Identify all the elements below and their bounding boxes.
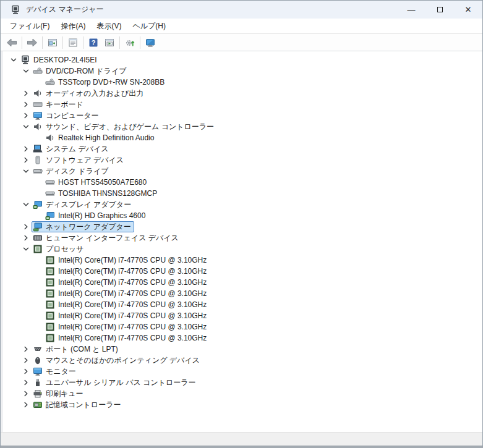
tree-item-body[interactable]: Intel(R) Core(TM) i7-4770S CPU @ 3.10GHz bbox=[44, 321, 210, 332]
tree-item[interactable]: ヒューマン インターフェイス デバイス bbox=[3, 232, 482, 243]
chevron-right-icon[interactable] bbox=[20, 389, 32, 399]
chevron-right-icon[interactable] bbox=[20, 344, 32, 354]
chevron-down-icon[interactable] bbox=[7, 55, 19, 65]
tree-item-body[interactable]: マウスとそのほかのポインティング デバイス bbox=[32, 355, 203, 366]
tree-item[interactable]: Intel(R) HD Graphics 4600 bbox=[3, 210, 482, 221]
tree-item[interactable]: TOSHIBA THNSNS128GMCP bbox=[3, 188, 482, 199]
tree-item[interactable]: ネットワーク アダプター bbox=[3, 221, 482, 232]
tree-item[interactable]: マウスとそのほかのポインティング デバイス bbox=[3, 355, 482, 366]
tree-item-body[interactable]: DVD/CD-ROM ドライブ bbox=[32, 66, 129, 77]
tree-item-body[interactable]: システム デバイス bbox=[32, 143, 112, 154]
tree-item[interactable]: プロセッサ bbox=[3, 243, 482, 255]
chevron-right-icon[interactable] bbox=[20, 400, 32, 410]
tree-item[interactable]: Intel(R) Core(TM) i7-4770S CPU @ 3.10GHz bbox=[3, 299, 482, 310]
forward-button[interactable] bbox=[24, 35, 40, 50]
tree-item-body[interactable]: ポート (COM と LPT) bbox=[32, 344, 121, 355]
tree-item[interactable]: モニター bbox=[3, 366, 482, 377]
properties-button[interactable] bbox=[65, 35, 81, 50]
tree-item-body[interactable]: Intel(R) Core(TM) i7-4770S CPU @ 3.10GHz bbox=[44, 255, 210, 266]
tree-item[interactable]: Intel(R) Core(TM) i7-4770S CPU @ 3.10GHz bbox=[3, 321, 482, 332]
chevron-down-icon[interactable] bbox=[20, 66, 32, 76]
tree-item-body[interactable]: ヒューマン インターフェイス デバイス bbox=[32, 232, 182, 243]
tree-item-body[interactable]: Realtek High Definition Audio bbox=[44, 132, 157, 143]
menu-item-file[interactable]: ファイル(F) bbox=[4, 19, 55, 33]
tree-item-body[interactable]: Intel(R) Core(TM) i7-4770S CPU @ 3.10GHz bbox=[44, 277, 210, 288]
tree-item[interactable]: TSSTcorp DVD+-RW SN-208BB bbox=[3, 77, 482, 88]
chevron-right-icon[interactable] bbox=[20, 378, 32, 387]
tree-item[interactable]: Intel(R) Core(TM) i7-4770S CPU @ 3.10GHz bbox=[3, 277, 482, 288]
chevron-down-icon[interactable] bbox=[20, 122, 32, 132]
chevron-placeholder bbox=[32, 289, 44, 298]
tree-item-body[interactable]: ディスプレイ アダプター bbox=[32, 199, 134, 210]
menu-item-action[interactable]: 操作(A) bbox=[55, 19, 91, 33]
tree-item[interactable]: Realtek High Definition Audio bbox=[3, 132, 482, 143]
devices-button[interactable] bbox=[142, 35, 158, 50]
tree-item[interactable]: Intel(R) Core(TM) i7-4770S CPU @ 3.10GHz bbox=[3, 310, 482, 321]
maximize-button[interactable] bbox=[425, 1, 454, 19]
tree-item[interactable]: DVD/CD-ROM ドライブ bbox=[3, 66, 482, 77]
tree-item[interactable]: キーボード bbox=[3, 99, 482, 110]
tree-item[interactable]: ユニバーサル シリアル バス コントローラー bbox=[3, 377, 482, 388]
tree-item[interactable]: 記憶域コントローラー bbox=[3, 399, 482, 410]
chevron-down-icon[interactable] bbox=[20, 244, 32, 254]
tree-item[interactable]: コンピューター bbox=[3, 110, 482, 121]
chevron-right-icon[interactable] bbox=[20, 366, 32, 376]
tree-item-body[interactable]: オーディオの入力および出力 bbox=[32, 88, 147, 99]
chevron-right-icon[interactable] bbox=[20, 111, 32, 120]
chevron-down-icon[interactable] bbox=[20, 166, 32, 176]
chevron-right-icon[interactable] bbox=[20, 99, 32, 109]
tree-item-body[interactable]: ユニバーサル シリアル バス コントローラー bbox=[32, 377, 199, 388]
tree-item-body[interactable]: HGST HTS545050A7E680 bbox=[44, 177, 150, 188]
tree-item-body[interactable]: TOSHIBA THNSNS128GMCP bbox=[44, 188, 160, 199]
tree-item-body[interactable]: Intel(R) Core(TM) i7-4770S CPU @ 3.10GHz bbox=[44, 332, 210, 344]
minimize-button[interactable]: — bbox=[397, 1, 425, 19]
tree-item-body[interactable]: プロセッサ bbox=[32, 243, 87, 255]
tree-item-body[interactable]: 印刷キュー bbox=[32, 388, 87, 399]
chevron-right-icon[interactable] bbox=[20, 355, 32, 365]
chevron-down-icon[interactable] bbox=[20, 200, 32, 209]
tree-item[interactable]: ソフトウェア デバイス bbox=[3, 154, 482, 166]
tree-item-body[interactable]: ディスク ドライブ bbox=[32, 166, 112, 177]
chevron-right-icon[interactable] bbox=[20, 233, 32, 243]
tree-item-body[interactable]: TSSTcorp DVD+-RW SN-208BB bbox=[44, 77, 168, 88]
tree-item-body[interactable]: コンピューター bbox=[32, 110, 101, 121]
tree-item[interactable]: DESKTOP-2L4I5EI bbox=[3, 54, 482, 66]
chevron-right-icon[interactable] bbox=[20, 155, 32, 165]
tree-item[interactable]: ディスプレイ アダプター bbox=[3, 199, 482, 210]
console-tree-button[interactable] bbox=[45, 35, 61, 50]
tree-item-body[interactable]: Intel(R) Core(TM) i7-4770S CPU @ 3.10GHz bbox=[44, 266, 210, 277]
tree-item-body[interactable]: Intel(R) Core(TM) i7-4770S CPU @ 3.10GHz bbox=[44, 310, 210, 321]
tree-item-body[interactable]: Intel(R) Core(TM) i7-4770S CPU @ 3.10GHz bbox=[44, 288, 210, 299]
tree-item-body[interactable]: サウンド、ビデオ、およびゲーム コントローラー bbox=[32, 121, 217, 132]
tree-item[interactable]: Intel(R) Core(TM) i7-4770S CPU @ 3.10GHz bbox=[3, 288, 482, 299]
tree-item-body[interactable]: Intel(R) HD Graphics 4600 bbox=[44, 210, 148, 221]
tree-item[interactable]: Intel(R) Core(TM) i7-4770S CPU @ 3.10GHz bbox=[3, 266, 482, 277]
chevron-right-icon[interactable] bbox=[20, 144, 32, 154]
tree-item[interactable]: 印刷キュー bbox=[3, 388, 482, 399]
tree-item[interactable]: Intel(R) Core(TM) i7-4770S CPU @ 3.10GHz bbox=[3, 255, 482, 266]
chevron-right-icon[interactable] bbox=[20, 88, 32, 98]
device-tree: DESKTOP-2L4I5EIDVD/CD-ROM ドライブTSSTcorp D… bbox=[1, 51, 482, 432]
tree-item-body[interactable]: Intel(R) Core(TM) i7-4770S CPU @ 3.10GHz bbox=[44, 299, 210, 310]
tree-item[interactable]: システム デバイス bbox=[3, 143, 482, 154]
back-button[interactable] bbox=[4, 35, 20, 50]
close-button[interactable]: ✕ bbox=[454, 1, 482, 19]
tree-item[interactable]: ポート (COM と LPT) bbox=[3, 344, 482, 355]
tree-item-body[interactable]: DESKTOP-2L4I5EI bbox=[19, 54, 100, 66]
scan-hardware-button[interactable] bbox=[122, 35, 138, 50]
tree-item[interactable]: ディスク ドライブ bbox=[3, 166, 482, 177]
action-pane-button[interactable] bbox=[101, 35, 118, 50]
tree-item[interactable]: オーディオの入力および出力 bbox=[3, 88, 482, 99]
tree-item-body[interactable]: キーボード bbox=[32, 99, 87, 110]
tree-item[interactable]: Intel(R) Core(TM) i7-4770S CPU @ 3.10GHz bbox=[3, 332, 482, 344]
tree-item[interactable]: HGST HTS545050A7E680 bbox=[3, 177, 482, 188]
menu-item-help[interactable]: ヘルプ(H) bbox=[127, 19, 171, 33]
menu-item-view[interactable]: 表示(V) bbox=[91, 19, 127, 33]
help-button[interactable]: ? bbox=[85, 35, 101, 50]
tree-item-body[interactable]: モニター bbox=[32, 366, 79, 377]
tree-item-body[interactable]: ソフトウェア デバイス bbox=[32, 154, 127, 166]
tree-item-body[interactable]: 記憶域コントローラー bbox=[32, 399, 124, 410]
chevron-right-icon[interactable] bbox=[20, 222, 32, 232]
tree-item-selected[interactable]: ネットワーク アダプター bbox=[32, 221, 134, 232]
tree-item[interactable]: サウンド、ビデオ、およびゲーム コントローラー bbox=[3, 121, 482, 132]
